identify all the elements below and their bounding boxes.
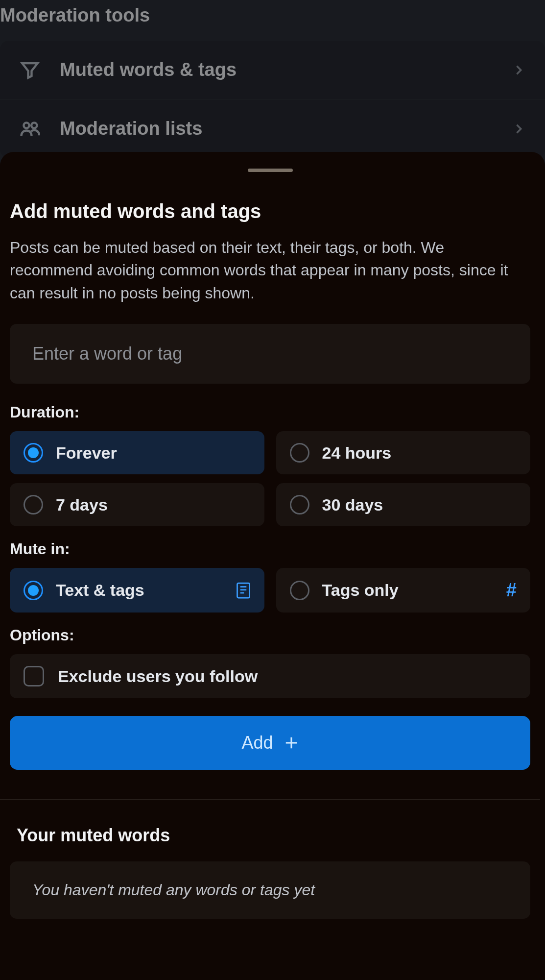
chevron-right-icon [512, 63, 525, 77]
sheet-drag-handle[interactable] [248, 169, 293, 172]
sheet-title: Add muted words and tags [10, 200, 530, 222]
moderation-tools-card: Muted words & tags Moderation lists [0, 41, 545, 158]
hash-icon: # [506, 580, 517, 601]
section-divider [0, 799, 540, 800]
exclude-users-toggle[interactable]: Exclude users you follow [10, 654, 530, 698]
moderation-lists-label: Moderation lists [60, 118, 202, 139]
word-input[interactable] [10, 324, 530, 384]
mute-in-option-label: Tags only [322, 581, 399, 600]
moderation-tools-title: Moderation tools [0, 0, 545, 41]
checkbox-icon [24, 666, 44, 686]
mute-in-label: Mute in: [10, 540, 530, 558]
radio-icon [24, 581, 43, 600]
mute-in-options: Text & tags Tags only # [10, 568, 530, 612]
duration-30-days[interactable]: 30 days [276, 483, 531, 526]
duration-option-label: 7 days [56, 495, 108, 514]
plus-icon [284, 735, 299, 750]
radio-icon [290, 581, 309, 600]
add-button-label: Add [241, 733, 273, 753]
svg-point-0 [24, 122, 29, 128]
radio-icon [290, 443, 309, 463]
svg-point-1 [31, 122, 37, 128]
radio-icon [24, 495, 43, 514]
radio-icon [290, 495, 309, 514]
people-icon [20, 119, 40, 139]
duration-option-label: 30 days [322, 495, 383, 514]
mute-in-option-label: Text & tags [56, 581, 144, 600]
your-muted-words-title: Your muted words [10, 825, 530, 846]
exclude-users-label: Exclude users you follow [58, 667, 258, 686]
filter-icon [20, 60, 40, 80]
radio-icon [24, 443, 43, 463]
page-icon [236, 582, 251, 599]
duration-7-days[interactable]: 7 days [10, 483, 264, 526]
duration-option-label: Forever [56, 443, 117, 463]
muted-words-row[interactable]: Muted words & tags [0, 41, 545, 99]
mute-in-tags-only[interactable]: Tags only # [276, 568, 531, 612]
moderation-lists-row[interactable]: Moderation lists [0, 99, 545, 158]
mute-in-text-and-tags[interactable]: Text & tags [10, 568, 264, 612]
duration-option-label: 24 hours [322, 443, 392, 463]
options-label: Options: [10, 626, 530, 644]
duration-24-hours[interactable]: 24 hours [276, 431, 531, 474]
sheet-description: Posts can be muted based on their text, … [10, 236, 530, 304]
empty-state-text: You haven't muted any words or tags yet [32, 881, 508, 899]
duration-forever[interactable]: Forever [10, 431, 264, 474]
chevron-right-icon [512, 122, 525, 136]
add-muted-words-sheet: Add muted words and tags Posts can be mu… [0, 152, 545, 980]
duration-options: Forever 24 hours 7 days 30 days [10, 431, 530, 526]
add-button[interactable]: Add [10, 716, 530, 770]
moderation-tools-background: Moderation tools Muted words & tags [0, 0, 545, 158]
muted-words-empty-state: You haven't muted any words or tags yet [10, 861, 530, 919]
duration-label: Duration: [10, 403, 530, 421]
muted-words-label: Muted words & tags [60, 59, 237, 80]
